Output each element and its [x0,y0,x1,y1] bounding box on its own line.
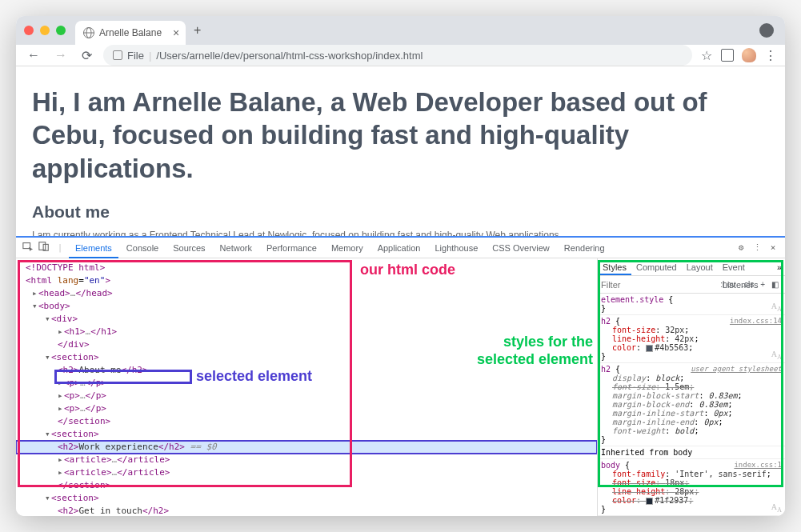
styles-tab-more-icon[interactable]: » [774,258,785,275]
browser-window: Arnelle Balane × + ← → ⟳ File | /Users/a… [16,16,785,516]
element-style-rule[interactable]: element.style {} AA [598,294,785,315]
inspect-icon[interactable] [21,241,35,254]
styles-tab-layout[interactable]: Layout [682,258,718,275]
device-toggle-icon[interactable] [37,241,51,254]
traffic-lights [24,26,66,35]
address-bar: ← → ⟳ File | /Users/arnelle/dev/personal… [16,45,785,66]
styles-filter-row: :hov .cls + ◧ [598,276,785,294]
extension-icon[interactable] [742,48,756,62]
add-rule-icon[interactable]: + [757,280,768,289]
devtools-tab-memory[interactable]: Memory [325,238,370,258]
profile-avatar-icon[interactable] [759,23,774,38]
dom-tree[interactable]: <!DOCTYPE html> <html lang="en"> ▸<head>… [16,258,597,516]
forward-button: → [51,48,70,62]
globe-icon [83,27,94,38]
tab-bar: Arnelle Balane × + [16,16,785,45]
inherited-from-label: Inherited from body [598,446,785,459]
styles-tab-styles[interactable]: Styles [598,258,631,275]
browser-tab[interactable]: Arnelle Balane × [75,21,186,45]
devtools-tab-console[interactable]: Console [120,238,165,258]
styles-tab-computed[interactable]: Computed [631,258,682,275]
back-button[interactable]: ← [24,48,43,62]
tab-title: Arnelle Balane [99,27,162,38]
minimize-window-icon[interactable] [40,26,50,35]
about-heading: About me [32,202,769,222]
menu-dots-icon[interactable] [764,49,777,62]
hero-heading: Hi, I am Arnelle Balane, a Web Developer… [32,86,769,185]
extensions-icon[interactable] [721,49,734,62]
devtools-tab-bar: | Elements Console Sources Network Perfo… [16,238,785,258]
close-window-icon[interactable] [24,26,34,35]
devtools-tab-elements[interactable]: Elements [69,238,118,258]
css-rule-ua[interactable]: user agent stylesheet h2 { display: bloc… [598,363,785,446]
file-icon [113,50,122,60]
computed-toggle-icon[interactable]: ◧ [768,280,782,289]
devtools-body: <!DOCTYPE html> <html lang="en"> ▸<head>… [16,258,785,516]
settings-gear-icon[interactable]: ⚙ [734,242,748,253]
css-rule-body[interactable]: index.css:1 body { font-family: 'Inter',… [598,459,785,516]
maximize-window-icon[interactable] [56,26,66,35]
close-tab-icon[interactable]: × [173,26,179,39]
styles-rules[interactable]: element.style {} AA index.css:14 h2 { fo… [598,294,785,516]
styles-tab-events[interactable]: Event Listeners [718,258,774,275]
text-aa-icon: AA [771,302,782,313]
text-aa-icon: AA [771,350,782,361]
hov-toggle[interactable]: :hov [717,280,739,289]
close-devtools-icon[interactable]: × [766,242,780,253]
devtools-tab-sources[interactable]: Sources [166,238,211,258]
more-vertical-icon[interactable]: ⋮ [750,242,764,253]
devtools-tab-lighthouse[interactable]: Lighthouse [428,238,484,258]
devtools-tab-rendering[interactable]: Rendering [558,238,611,258]
url-scheme: File [127,50,144,62]
new-tab-button[interactable]: + [194,23,201,38]
cls-toggle[interactable]: .cls [739,280,757,289]
styles-pane: Styles Computed Layout Event Listeners »… [597,258,785,516]
styles-tabs: Styles Computed Layout Event Listeners » [598,258,785,276]
url-path: /Users/arnelle/dev/personal/html-css-wor… [156,50,423,62]
page-viewport: Hi, I am Arnelle Balane, a Web Developer… [16,66,785,236]
reload-button[interactable]: ⟳ [78,48,95,63]
css-rule[interactable]: index.css:14 h2 { font-size: 32px; line-… [598,315,785,363]
svg-rect-1 [39,242,46,250]
about-paragraph: I am currently working as a Frontend Tec… [32,230,769,236]
text-aa-icon: AA [771,502,782,514]
selected-dom-node[interactable]: <h2>Work experience</h2> == $0 [16,441,597,454]
devtools-tab-performance[interactable]: Performance [260,238,323,258]
bookmark-star-icon[interactable] [700,49,713,62]
devtools-tab-application[interactable]: Application [371,238,427,258]
devtools-tab-network[interactable]: Network [214,238,258,258]
url-field[interactable]: File | /Users/arnelle/dev/personal/html-… [103,45,692,66]
devtools: | Elements Console Sources Network Perfo… [16,236,785,516]
styles-filter-input[interactable] [601,280,717,290]
devtools-tab-css-overview[interactable]: CSS Overview [486,238,556,258]
